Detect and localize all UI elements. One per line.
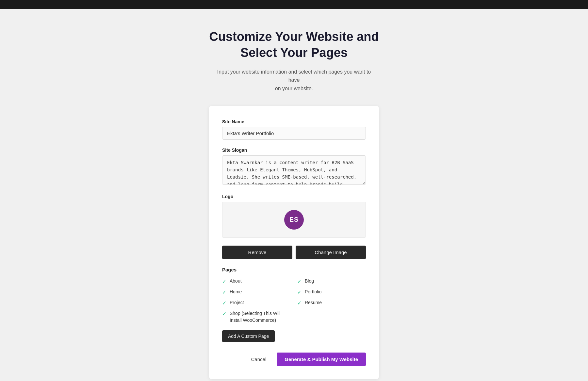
site-slogan-label: Site Slogan — [222, 147, 366, 153]
change-image-button[interactable]: Change Image — [296, 246, 366, 259]
page-item-blog: ✓ Blog — [297, 278, 366, 285]
check-icon-home: ✓ — [222, 289, 226, 295]
top-bar — [0, 0, 588, 9]
form-card: Site Name Site Slogan Logo ES Remove Cha… — [209, 106, 379, 379]
check-icon-about: ✓ — [222, 278, 226, 285]
check-icon-resume: ✓ — [297, 300, 302, 306]
page-label-home: Home — [230, 288, 242, 295]
logo-field-group: Logo ES — [222, 194, 366, 238]
logo-circle: ES — [284, 210, 304, 230]
page-label-project: Project — [230, 299, 244, 306]
check-icon-portfolio: ✓ — [297, 289, 302, 295]
site-slogan-field-group: Site Slogan — [222, 147, 366, 186]
page-wrapper: Customize Your Website and Select Your P… — [0, 9, 588, 381]
publish-button[interactable]: Generate & Publish My Website — [277, 353, 366, 366]
cancel-button[interactable]: Cancel — [246, 353, 272, 365]
page-title: Customize Your Website and Select Your P… — [209, 29, 379, 61]
add-custom-page-button[interactable]: Add A Custom Page — [222, 330, 275, 342]
pages-section: Pages ✓ About ✓ Blog ✓ Home — [222, 267, 366, 353]
site-name-input[interactable] — [222, 127, 366, 140]
pages-label: Pages — [222, 267, 366, 272]
page-label-about: About — [230, 278, 242, 285]
page-item-home: ✓ Home — [222, 288, 291, 295]
check-icon-project: ✓ — [222, 300, 226, 306]
logo-initials: ES — [289, 216, 299, 223]
page-item-resume: ✓ Resume — [297, 299, 366, 306]
page-label-resume: Resume — [305, 299, 322, 306]
page-item-portfolio: ✓ Portfolio — [297, 288, 366, 295]
page-label-portfolio: Portfolio — [305, 288, 321, 295]
page-label-shop: Shop (Selecting This Will Install WooCom… — [230, 310, 291, 324]
remove-button[interactable]: Remove — [222, 246, 292, 259]
logo-label: Logo — [222, 194, 366, 199]
logo-buttons: Remove Change Image — [222, 246, 366, 259]
check-icon-shop: ✓ — [222, 311, 226, 317]
page-item-shop: ✓ Shop (Selecting This Will Install WooC… — [222, 310, 291, 324]
page-subtitle: Input your website information and selec… — [212, 68, 376, 93]
site-name-label: Site Name — [222, 119, 366, 124]
check-icon-blog: ✓ — [297, 278, 302, 285]
logo-preview: ES — [222, 202, 366, 238]
page-label-blog: Blog — [305, 278, 314, 285]
action-row: Cancel Generate & Publish My Website — [222, 353, 366, 366]
site-name-field-group: Site Name — [222, 119, 366, 140]
page-item-project: ✓ Project — [222, 299, 291, 306]
site-slogan-input[interactable] — [222, 155, 366, 185]
page-item-about: ✓ About — [222, 278, 291, 285]
pages-grid: ✓ About ✓ Blog ✓ Home ✓ Portfolio — [222, 278, 366, 324]
